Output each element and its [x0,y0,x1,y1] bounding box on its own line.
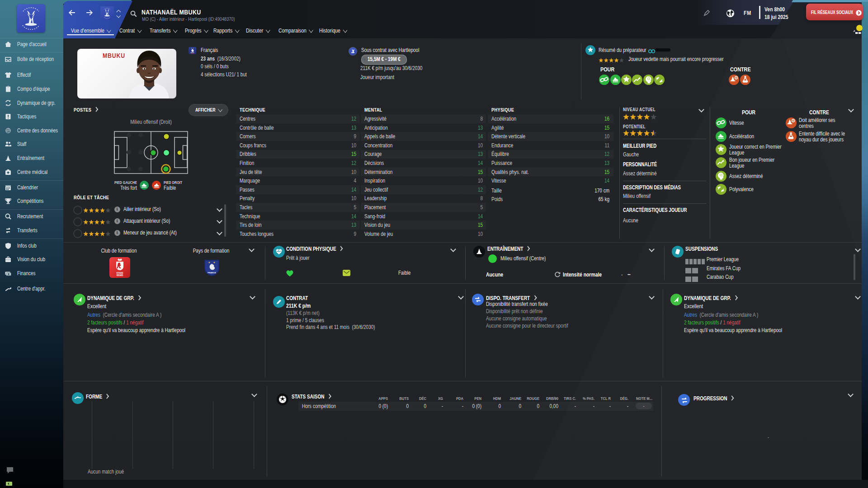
svg-text:FRANCE: FRANCE [208,272,216,274]
svg-text:REIMS: REIMS [117,274,123,277]
svg-text:STADE: STADE [116,272,123,274]
